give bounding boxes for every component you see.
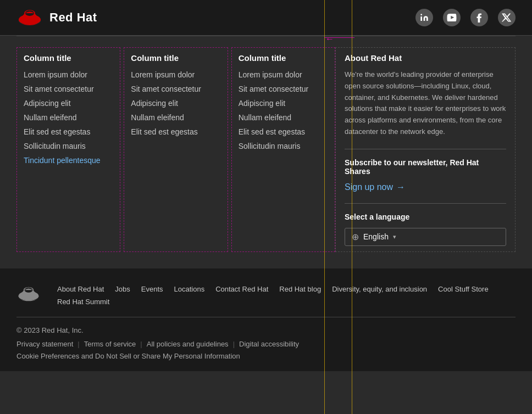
footer-nav-links: About Red Hat Jobs Events Locations Cont…	[57, 285, 516, 306]
svg-point-7	[19, 292, 39, 301]
about-section: About Red Hat We're the world's leading …	[335, 47, 516, 252]
col-1-item-0[interactable]: Lorem ipsum dolor	[24, 70, 113, 79]
col-3-item-2[interactable]: Adipiscing elit	[239, 99, 328, 108]
cookie-preferences-row: Cookie Preferences and Do Not Sell or Sh…	[16, 351, 516, 360]
col-1-item-3[interactable]: Nullam eleifend	[24, 113, 113, 122]
language-selected: English	[363, 232, 389, 241]
column-3-title: Column title	[239, 53, 328, 63]
about-divider	[345, 149, 506, 149]
col-1-item-6[interactable]: Tincidunt pellentesque	[24, 156, 113, 165]
language-selector[interactable]: ⊕ English ▾	[345, 228, 506, 246]
footer-link-cool-stuff[interactable]: Cool Stuff Store	[438, 285, 489, 293]
language-section: Select a language ⊕ English ▾	[345, 212, 506, 246]
logo-text: Red Hat	[49, 10, 97, 25]
col-3-item-4[interactable]: Elit sed est egestas	[239, 127, 328, 136]
globe-icon: ⊕	[352, 232, 359, 242]
legal-link-accessibility[interactable]: Digital accessibility	[239, 340, 299, 348]
newsletter-title: Subscribe to our newsletter, Red Hat Sha…	[345, 158, 506, 176]
col-3-item-0[interactable]: Lorem ipsum dolor	[239, 70, 328, 79]
col-2-item-1[interactable]: Sit amet consectetur	[131, 85, 220, 93]
header: Red Hat	[0, 0, 532, 36]
logo-area: Red Hat	[16, 8, 97, 27]
footer-legal-links: Privacy statement | Terms of service | A…	[16, 340, 516, 348]
lang-divider	[345, 203, 506, 204]
twitter-icon[interactable]	[498, 9, 516, 26]
footer-bottom: © 2023 Red Hat, Inc. Privacy statement |…	[16, 317, 516, 360]
footer-link-about[interactable]: About Red Hat	[57, 285, 104, 293]
footer-link-blog[interactable]: Red Hat blog	[279, 285, 321, 293]
cookie-preferences-link[interactable]: Cookie Preferences and Do Not Sell or Sh…	[16, 352, 240, 360]
col-2-item-3[interactable]: Nullam eleifend	[131, 113, 220, 122]
col-1-item-5[interactable]: Sollicitudin mauris	[24, 142, 113, 150]
linkedin-icon[interactable]	[415, 9, 433, 26]
col-1-item-1[interactable]: Sit amet consectetur	[24, 85, 113, 93]
col-3-item-5[interactable]: Sollicitudin mauris	[239, 142, 328, 150]
page-wrapper: ← Red Hat	[0, 0, 532, 414]
col-2-item-4[interactable]: Elit sed est egestas	[131, 127, 220, 136]
language-title: Select a language	[345, 212, 506, 221]
legal-link-privacy[interactable]: Privacy statement	[16, 340, 73, 348]
svg-point-4	[420, 14, 422, 15]
column-3: Column title Lorem ipsum dolor Sit amet …	[231, 47, 335, 252]
column-2-title: Column title	[131, 53, 220, 63]
social-icons-area	[415, 9, 516, 26]
footer: About Red Hat Jobs Events Locations Cont…	[0, 268, 532, 371]
col-3-item-3[interactable]: Nullam eleifend	[239, 113, 328, 122]
signup-label: Sign up now	[345, 182, 393, 192]
about-title: About Red Hat	[345, 53, 506, 63]
sep-3: |	[233, 340, 235, 348]
footer-link-jobs[interactable]: Jobs	[115, 285, 130, 293]
col-2-item-2[interactable]: Adipiscing elit	[131, 99, 220, 108]
col-2-item-0[interactable]: Lorem ipsum dolor	[131, 70, 220, 79]
footer-link-contact[interactable]: Contact Red Hat	[215, 285, 268, 293]
sep-2: |	[140, 340, 142, 348]
main-content: Column title Lorem ipsum dolor Sit amet …	[0, 36, 532, 263]
footer-link-events[interactable]: Events	[141, 285, 163, 293]
legal-link-terms[interactable]: Terms of service	[84, 340, 136, 348]
footer-link-locations[interactable]: Locations	[174, 285, 205, 293]
footer-link-diversity[interactable]: Diversity, equity, and inclusion	[332, 285, 427, 293]
columns-section: Column title Lorem ipsum dolor Sit amet …	[16, 47, 335, 252]
chevron-down-icon: ▾	[393, 233, 396, 240]
youtube-icon[interactable]	[443, 9, 461, 26]
col-1-item-2[interactable]: Adipiscing elit	[24, 99, 113, 108]
about-description: We're the world's leading provider of en…	[345, 69, 506, 138]
redhat-logo-icon	[16, 8, 43, 27]
footer-logo-icon	[16, 285, 41, 303]
footer-logo	[16, 285, 41, 305]
column-1: Column title Lorem ipsum dolor Sit amet …	[16, 47, 120, 252]
sep-1: |	[77, 340, 79, 348]
facebook-icon[interactable]	[470, 9, 488, 26]
column-1-title: Column title	[24, 53, 113, 63]
footer-top: About Red Hat Jobs Events Locations Cont…	[16, 285, 516, 306]
signup-link[interactable]: Sign up now →	[345, 182, 506, 192]
legal-link-policies[interactable]: All policies and guidelines	[147, 340, 229, 348]
col-1-item-4[interactable]: Elit sed est egestas	[24, 127, 113, 136]
copyright-text: © 2023 Red Hat, Inc.	[16, 326, 516, 334]
col-3-item-1[interactable]: Sit amet consectetur	[239, 85, 328, 93]
signup-arrow: →	[396, 182, 405, 192]
footer-link-summit[interactable]: Red Hat Summit	[57, 298, 109, 306]
svg-point-2	[19, 15, 41, 25]
column-2: Column title Lorem ipsum dolor Sit amet …	[124, 47, 228, 252]
